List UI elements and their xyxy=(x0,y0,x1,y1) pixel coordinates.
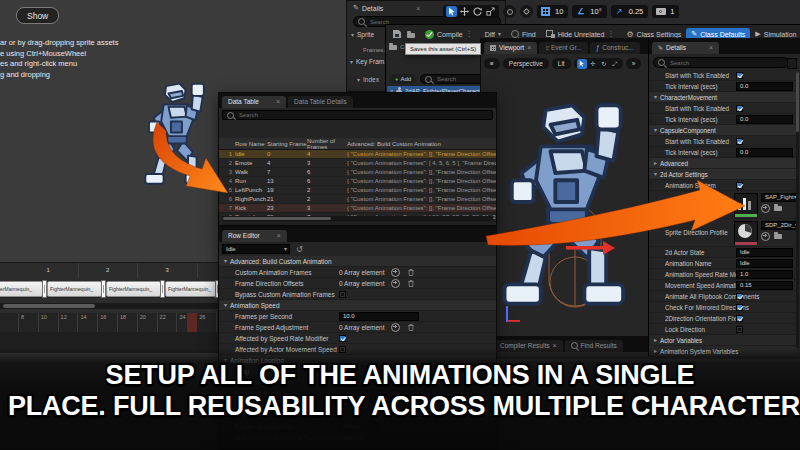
viewport-menu-button[interactable]: ≡ xyxy=(484,58,500,69)
property-row[interactable]: Lock Direction xyxy=(649,324,796,335)
block-handle[interactable] xyxy=(101,280,106,298)
lit-button[interactable]: Lit xyxy=(552,58,571,69)
property-row[interactable]: Start with Tick Enabled xyxy=(649,103,796,114)
add-element-icon[interactable] xyxy=(391,268,400,277)
property-row-asset[interactable]: Sprite Direction Profile SDP_2Dir_ ▾ xyxy=(649,219,796,247)
property-row[interactable]: Tick Interval (secs) xyxy=(649,81,796,92)
close-icon[interactable]: × xyxy=(527,44,531,51)
close-icon[interactable]: × xyxy=(276,98,280,105)
property-row[interactable]: Start with Tick Enabled xyxy=(649,70,796,81)
checkbox[interactable] xyxy=(736,72,743,79)
table-row[interactable]: 5 LeftPunch 19 2 { "Custom Animation Fra… xyxy=(219,186,496,195)
tab-data-table-details[interactable]: Data Table Details xyxy=(288,96,353,108)
column-header[interactable]: Starting Frame xyxy=(267,141,307,147)
property-row[interactable]: Start with Tick Enabled xyxy=(649,136,796,147)
playhead-marker[interactable] xyxy=(187,313,197,332)
property-row[interactable]: Affected by Speed Rate Modifier xyxy=(219,333,496,344)
details-search[interactable] xyxy=(653,57,789,68)
checkbox[interactable] xyxy=(736,293,743,300)
sprite-section-label[interactable]: Sprite xyxy=(357,31,374,38)
property-row[interactable]: 2Direction Orientation Fix xyxy=(649,313,796,324)
checkbox[interactable] xyxy=(339,335,346,342)
scale-tool-icon[interactable]: ⤢ xyxy=(610,59,620,69)
row-select-dropdown[interactable]: Idle ▾ xyxy=(222,244,290,254)
index-label[interactable]: Index xyxy=(363,76,379,83)
property-row[interactable]: Tick Interval (secs) xyxy=(649,147,796,158)
checkbox[interactable] xyxy=(736,315,743,322)
select-tool-icon[interactable] xyxy=(577,59,587,69)
speed-rate-input[interactable] xyxy=(736,270,793,279)
show-button[interactable]: Show xyxy=(16,7,59,24)
tab-data-table[interactable]: Data Table × xyxy=(222,96,286,108)
block-handle[interactable] xyxy=(160,280,165,298)
property-row[interactable]: Frames per Second xyxy=(219,311,496,322)
section-header[interactable]: ▾Animation Speed xyxy=(219,300,496,311)
compile-button[interactable]: Compile ⋮ xyxy=(420,27,478,42)
details-filter-button[interactable] xyxy=(787,58,797,69)
column-header[interactable]: Number of Frames xyxy=(307,138,347,150)
section-header[interactable]: ▾2d Actor Settings xyxy=(649,169,796,180)
browse-button[interactable] xyxy=(404,27,418,42)
dots-icon[interactable]: ⋮ xyxy=(466,30,473,38)
move-tool-icon[interactable]: ✢ xyxy=(588,59,598,69)
fps-input[interactable] xyxy=(339,312,419,321)
tab-viewport[interactable]: Viewport × xyxy=(484,42,537,54)
surface-snap-icon[interactable] xyxy=(503,5,516,18)
property-row[interactable]: Bypass Custom Animation Frames xyxy=(219,289,496,300)
angle-snap-group[interactable]: ∠ 10° xyxy=(572,5,606,18)
timeline-scrollbar[interactable] xyxy=(0,303,218,309)
trash-icon[interactable] xyxy=(408,324,414,331)
section-header[interactable]: ▸Actor Variables xyxy=(649,335,796,346)
tab-details[interactable]: ✎ Details × xyxy=(652,42,719,54)
trash-icon[interactable] xyxy=(408,269,414,276)
property-row-asset[interactable]: Sprite Animation Profile SAP_Fight ▾ xyxy=(649,191,796,219)
property-row[interactable]: 2d Actor State xyxy=(649,247,796,258)
table-row[interactable]: 6 RightPunch 21 2 { "Custom Animation Fr… xyxy=(219,195,496,204)
tick-interval-input[interactable] xyxy=(736,148,793,157)
property-row[interactable]: Check For Mirrored Directions xyxy=(649,302,796,313)
checkbox[interactable] xyxy=(736,138,743,145)
rotate-tool-icon[interactable] xyxy=(472,6,483,17)
timeline-block[interactable]: FighterMannequin_ xyxy=(0,281,43,297)
checkbox[interactable] xyxy=(736,182,743,189)
timeline-block[interactable]: FighterMannequin_ xyxy=(165,281,218,297)
tab-row-editor[interactable]: Row Editor × xyxy=(222,230,287,242)
perspective-button[interactable]: Perspective xyxy=(503,58,549,69)
tick-interval-input[interactable] xyxy=(736,82,793,91)
details-search-input[interactable] xyxy=(668,59,784,67)
tick-interval-input[interactable] xyxy=(736,115,793,124)
property-row[interactable]: Animation System xyxy=(649,180,796,191)
table-row[interactable]: 2 Emote 4 3 { "Custom Animation Frames":… xyxy=(219,159,496,168)
grid-snap-group[interactable]: 10 xyxy=(537,5,568,18)
block-handle[interactable] xyxy=(42,280,47,298)
data-table-hscrollbar[interactable] xyxy=(222,216,493,221)
tab-construction-script[interactable]: ƒ Construc... xyxy=(590,42,640,54)
asset-dropdown[interactable]: SAP_Fight ▾ xyxy=(761,193,797,202)
close-icon[interactable]: × xyxy=(416,5,420,12)
checkbox[interactable] xyxy=(736,304,743,311)
data-table-search[interactable] xyxy=(222,110,493,120)
browse-icon[interactable] xyxy=(774,206,782,211)
column-header[interactable]: Advanced: Build Custom Animation xyxy=(347,141,496,147)
property-row[interactable]: Movement Speed Animation Rate xyxy=(649,280,796,291)
property-row[interactable]: Animation Speed Rate Modifier xyxy=(649,269,796,280)
close-icon[interactable]: × xyxy=(709,44,713,51)
property-row[interactable]: Custom Animation Frames 0 Array element xyxy=(219,267,496,278)
section-header[interactable]: ▾Advanced: Build Custom Animation xyxy=(219,256,496,267)
property-row[interactable]: Animation Name xyxy=(649,258,796,269)
tab-event-graph[interactable]: ⠿ Event Gr... xyxy=(539,42,587,54)
scale-snap-group[interactable]: ↗ 0.25 xyxy=(611,5,649,18)
table-row[interactable]: 3 Walk 7 6 { "Custom Animation Frames": … xyxy=(219,168,496,177)
scale-tool-icon[interactable] xyxy=(485,6,496,17)
dots-icon[interactable]: ⋮ xyxy=(607,30,614,38)
camera-speed-group[interactable]: 1 xyxy=(652,5,679,18)
section-header[interactable]: ▸Advanced xyxy=(649,158,796,169)
details-scrollbar[interactable] xyxy=(796,72,799,348)
use-selected-icon[interactable] xyxy=(761,232,770,241)
asset-thumbnail[interactable] xyxy=(734,221,758,245)
world-coordinate-icon[interactable] xyxy=(520,5,533,18)
table-row[interactable]: 7 Kick 23 3 { "Custom Animation Frames":… xyxy=(219,204,496,213)
table-row[interactable]: 1 Idle 0 4 { "Custom Animation Frames": … xyxy=(219,150,496,159)
save-button[interactable] xyxy=(390,27,404,42)
rotate-tool-icon[interactable]: ↻ xyxy=(599,59,609,69)
